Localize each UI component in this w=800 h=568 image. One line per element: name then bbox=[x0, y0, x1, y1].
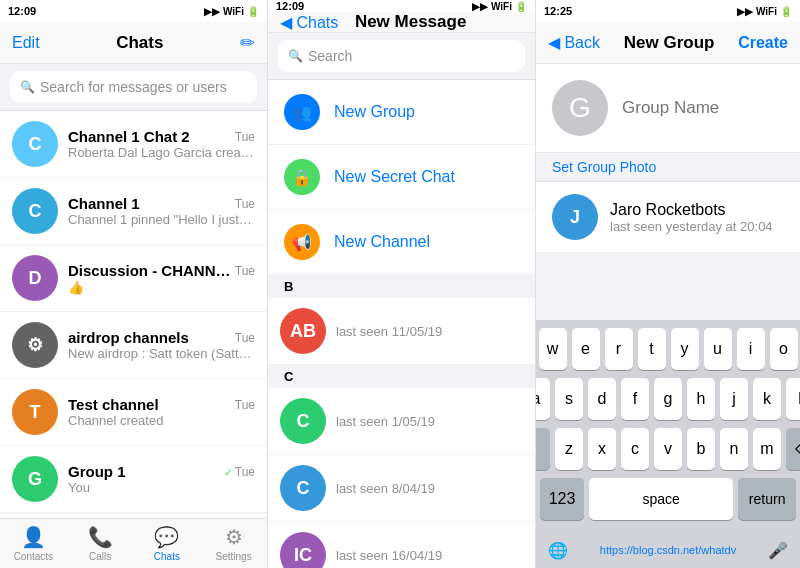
menu-label-new-channel: New Channel bbox=[334, 233, 430, 251]
key-k[interactable]: k bbox=[753, 378, 781, 420]
create-button[interactable]: Create bbox=[738, 34, 788, 52]
contact-status-ic: last seen 16/04/19 bbox=[336, 548, 442, 563]
key-v[interactable]: v bbox=[654, 428, 682, 470]
tab-icon-contacts: 👤 bbox=[21, 525, 46, 549]
chat-time-group1: ✓Tue bbox=[224, 465, 255, 479]
tab-chats[interactable]: 💬Chats bbox=[134, 519, 201, 568]
contact-info-ic: last seen 16/04/19 bbox=[336, 548, 442, 563]
key-x[interactable]: x bbox=[588, 428, 616, 470]
keyboard-row-0: qwertyuiop bbox=[540, 328, 796, 370]
chat-item-group1[interactable]: GGroup 1✓TueYou bbox=[0, 446, 267, 513]
status-bar-mid: 12:09 ▶▶ WiFi 🔋 bbox=[268, 0, 535, 12]
contact-b-ab[interactable]: ABlast seen 11/05/19 bbox=[268, 298, 535, 365]
keyboard-bottom-row: 123spacereturn bbox=[540, 478, 796, 520]
search-placeholder-left: Search for messages or users bbox=[40, 79, 227, 95]
section-header-B: B bbox=[268, 275, 535, 298]
chat-avatar-discussion-channel1: D bbox=[12, 255, 58, 301]
tab-contacts[interactable]: 👤Contacts bbox=[0, 519, 67, 568]
key-b[interactable]: b bbox=[687, 428, 715, 470]
key-d[interactable]: d bbox=[588, 378, 616, 420]
delete-key[interactable]: ⌫ bbox=[786, 428, 800, 470]
chat-info-airdrop-channels: airdrop channelsTueNew airdrop : Satt to… bbox=[68, 329, 255, 361]
key-s[interactable]: s bbox=[555, 378, 583, 420]
return-key[interactable]: return bbox=[738, 478, 796, 520]
chat-item-channel1[interactable]: CChannel 1TueChannel 1 pinned "Hello I j… bbox=[0, 178, 267, 245]
menu-new-channel[interactable]: 📢New Channel bbox=[268, 210, 535, 275]
time-right: 12:25 bbox=[544, 5, 572, 17]
group-name-section: G bbox=[536, 64, 800, 153]
chat-name-airdrop-channels: airdrop channels bbox=[68, 329, 189, 346]
key-m[interactable]: m bbox=[753, 428, 781, 470]
nav-bar-mid: ◀ Chats New Message bbox=[268, 12, 535, 33]
search-input-mid[interactable]: 🔍 Search bbox=[278, 40, 525, 72]
tab-label-calls: Calls bbox=[89, 551, 111, 562]
tab-label-settings: Settings bbox=[216, 551, 252, 562]
key-e[interactable]: e bbox=[572, 328, 600, 370]
menu-new-secret-chat[interactable]: 🔒New Secret Chat bbox=[268, 145, 535, 210]
chat-item-airdrop-channels[interactable]: ⚙airdrop channelsTueNew airdrop : Satt t… bbox=[0, 312, 267, 379]
menu-label-new-group: New Group bbox=[334, 103, 415, 121]
bottom-bar: 🌐 https://blog.csdn.net/whatdv 🎤 bbox=[536, 532, 800, 568]
time-mid: 12:09 bbox=[276, 0, 304, 12]
chat-avatar-group1: G bbox=[12, 456, 58, 502]
key-n[interactable]: n bbox=[720, 428, 748, 470]
dictation-icon[interactable]: 🎤 bbox=[768, 541, 788, 560]
tab-calls[interactable]: 📞Calls bbox=[67, 519, 134, 568]
contact-avatar-c2: C bbox=[280, 465, 326, 511]
tab-settings[interactable]: ⚙Settings bbox=[200, 519, 267, 568]
key-f[interactable]: f bbox=[621, 378, 649, 420]
chat-info-test-channel: Test channelTueChannel created bbox=[68, 396, 255, 428]
group-name-input[interactable] bbox=[622, 98, 800, 118]
key-t[interactable]: t bbox=[638, 328, 666, 370]
tab-label-contacts: Contacts bbox=[14, 551, 53, 562]
compose-icon[interactable]: ✏ bbox=[240, 32, 255, 54]
status-bar-right: 12:25 ▶▶ WiFi 🔋 bbox=[536, 0, 800, 22]
edit-button[interactable]: Edit bbox=[12, 34, 40, 52]
member-status: last seen yesterday at 20:04 bbox=[610, 219, 773, 234]
key-w[interactable]: w bbox=[539, 328, 567, 370]
chat-item-test-channel[interactable]: TTest channelTueChannel created bbox=[0, 379, 267, 446]
back-to-back[interactable]: ◀ Back bbox=[548, 33, 600, 52]
contact-info-c2: last seen 8/04/19 bbox=[336, 481, 435, 496]
key-a[interactable]: a bbox=[536, 378, 550, 420]
tab-icon-settings: ⚙ bbox=[225, 525, 243, 549]
search-input-left[interactable]: 🔍 Search for messages or users bbox=[10, 71, 257, 103]
key-j[interactable]: j bbox=[720, 378, 748, 420]
nav-bar-left: Edit Chats ✏ bbox=[0, 22, 267, 64]
key-z[interactable]: z bbox=[555, 428, 583, 470]
menu-new-group[interactable]: 👥New Group bbox=[268, 80, 535, 145]
keyboard: qwertyuiopasdfghjkl⇧zxcvbnm⌫123spaceretu… bbox=[536, 320, 800, 532]
chat-item-discussion-channel1[interactable]: DDiscussion - CHANNEL 1 🔔Tue👍 bbox=[0, 245, 267, 312]
key-r[interactable]: r bbox=[605, 328, 633, 370]
tab-icon-chats: 💬 bbox=[154, 525, 179, 549]
key-y[interactable]: y bbox=[671, 328, 699, 370]
key-l[interactable]: l bbox=[786, 378, 800, 420]
key-c[interactable]: c bbox=[621, 428, 649, 470]
time-left: 12:09 bbox=[8, 5, 36, 17]
shift-key[interactable]: ⇧ bbox=[536, 428, 550, 470]
chat-item-channel1chat2[interactable]: CChannel 1 Chat 2TueRoberta Dal Lago Gar… bbox=[0, 111, 267, 178]
contact-info-c1: last seen 1/05/19 bbox=[336, 414, 435, 429]
set-group-photo-button[interactable]: Set Group Photo bbox=[536, 153, 800, 182]
chat-preview-channel1chat2: Roberta Dal Lago Garcia created the gr..… bbox=[68, 145, 255, 160]
key-g[interactable]: g bbox=[654, 378, 682, 420]
status-bar-left: 12:09 ▶▶ WiFi 🔋 bbox=[0, 0, 267, 22]
contact-avatar-c1: C bbox=[280, 398, 326, 444]
menu-icon-new-secret-chat: 🔒 bbox=[284, 159, 320, 195]
tab-icon-calls: 📞 bbox=[88, 525, 113, 549]
numbers-key[interactable]: 123 bbox=[540, 478, 584, 520]
chat-preview-discussion-channel1: 👍 bbox=[68, 280, 255, 295]
new-message-panel: 12:09 ▶▶ WiFi 🔋 ◀ Chats New Message 🔍 Se… bbox=[268, 0, 536, 568]
contact-c1[interactable]: Clast seen 1/05/19 bbox=[268, 388, 535, 455]
key-u[interactable]: u bbox=[704, 328, 732, 370]
chat-preview-group1: You bbox=[68, 480, 255, 495]
contact-c2[interactable]: Clast seen 8/04/19 bbox=[268, 455, 535, 522]
keyboard-row-2: ⇧zxcvbnm⌫ bbox=[540, 428, 796, 470]
space-key[interactable]: space bbox=[589, 478, 733, 520]
contact-ic[interactable]: IClast seen 16/04/19 bbox=[268, 522, 535, 568]
globe-icon[interactable]: 🌐 bbox=[548, 541, 568, 560]
key-h[interactable]: h bbox=[687, 378, 715, 420]
back-to-chats[interactable]: ◀ Chats bbox=[280, 13, 338, 32]
key-i[interactable]: i bbox=[737, 328, 765, 370]
key-o[interactable]: o bbox=[770, 328, 798, 370]
